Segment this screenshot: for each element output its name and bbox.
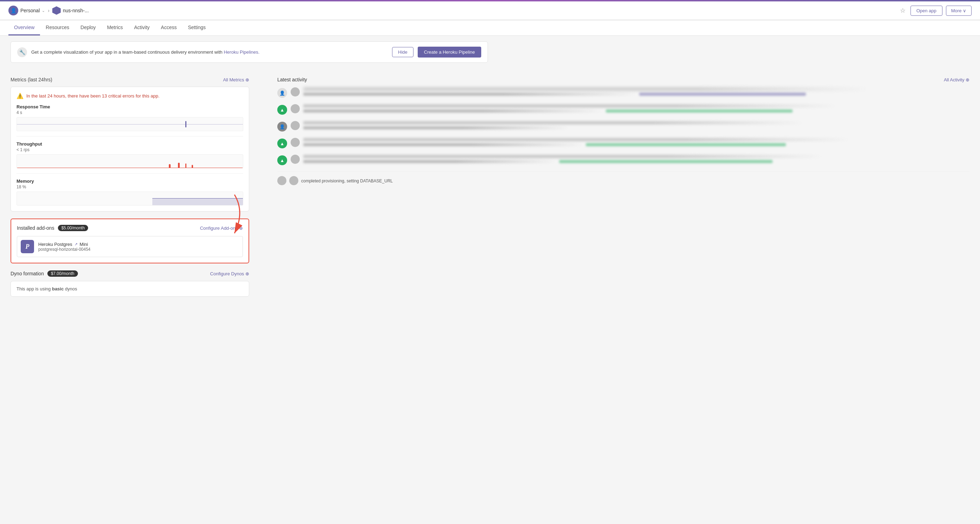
- addons-title-group: Installed add-ons $5.00/month: [17, 225, 88, 231]
- activity-user-avatar-1: [291, 87, 300, 97]
- activity-avatar-4: ▲: [277, 138, 287, 148]
- more-button[interactable]: More ∨: [946, 6, 972, 16]
- addons-price-badge: $5.00/month: [58, 225, 89, 231]
- addons-section: Installed add-ons $5.00/month Configure …: [11, 219, 249, 264]
- dynos-description: This app is using basic dynos: [16, 286, 243, 291]
- activity-item-5: ▲: [277, 155, 969, 165]
- activity-header: Latest activity All Activity ⊕: [277, 77, 969, 83]
- activity-title: Latest activity: [277, 77, 307, 83]
- postgres-logo: P: [21, 240, 34, 253]
- memory-chart: [16, 192, 243, 206]
- activity-user-avatar-2: [291, 104, 300, 113]
- pipeline-icon: 🔧: [17, 48, 27, 57]
- dynos-title-group: Dyno formation $7.00/month: [11, 270, 78, 277]
- main-content: Metrics (last 24hrs) All Metrics ⊕ ⚠️ In…: [0, 70, 980, 304]
- response-time-value: 4 s: [16, 110, 243, 115]
- addon-name: Heroku Postgres ↗ Mini: [38, 242, 239, 247]
- warning-icon: ⚠️: [16, 93, 24, 99]
- addons-header: Installed add-ons $5.00/month Configure …: [17, 225, 243, 231]
- activity-content-5: [303, 155, 969, 163]
- memory-metric: Memory 18 %: [16, 178, 243, 206]
- create-pipeline-button[interactable]: Create a Heroku Pipeline: [418, 47, 481, 57]
- activity-avatar-2: ▲: [277, 105, 287, 115]
- left-panel: Metrics (last 24hrs) All Metrics ⊕ ⚠️ In…: [11, 77, 249, 297]
- throughput-metric: Throughput < 1 rps: [16, 141, 243, 174]
- tab-deploy[interactable]: Deploy: [75, 20, 102, 35]
- breadcrumb-separator: ›: [48, 8, 49, 13]
- activity-bottom-avatar: [289, 176, 298, 185]
- activity-bottom-icon: [277, 176, 286, 185]
- favorite-button[interactable]: ☆: [899, 5, 907, 16]
- top-bar-wrapper: 👤 Personal ⌄ › nus-nnsh-... ☆ Open app M…: [0, 2, 980, 20]
- metrics-section: Metrics (last 24hrs) All Metrics ⊕ ⚠️ In…: [11, 77, 249, 211]
- addon-db-name: postgresql-horizontal-00454: [38, 247, 239, 252]
- tab-metrics[interactable]: Metrics: [102, 20, 129, 35]
- activity-avatar-1: 👤: [277, 88, 287, 98]
- throughput-chart: [16, 154, 243, 168]
- pipeline-banner: 🔧 Get a complete visualization of your a…: [11, 41, 969, 63]
- configure-addons-link[interactable]: Configure Add-ons ⊕: [200, 225, 243, 231]
- nav-tabs: Overview Resources Deploy Metrics Activi…: [0, 20, 980, 36]
- addons-title: Installed add-ons: [17, 225, 54, 231]
- metrics-header: Metrics (last 24hrs) All Metrics ⊕: [11, 77, 249, 83]
- tab-activity[interactable]: Activity: [129, 20, 155, 35]
- throughput-value: < 1 rps: [16, 147, 243, 152]
- throughput-label: Throughput: [16, 141, 243, 147]
- configure-dynos-link[interactable]: Configure Dynos ⊕: [210, 271, 249, 276]
- addon-info: Heroku Postgres ↗ Mini postgresql-horizo…: [38, 242, 239, 252]
- activity-content-4: [303, 138, 969, 146]
- external-link-icon: ↗: [75, 242, 78, 246]
- metrics-title: Metrics (last 24hrs): [11, 77, 52, 83]
- dynos-title: Dyno formation: [11, 271, 44, 276]
- app-hexagon-icon: [52, 6, 61, 15]
- activity-user-avatar-4: [291, 138, 300, 147]
- hide-button[interactable]: Hide: [392, 47, 414, 57]
- activity-item-3: 👤: [277, 121, 969, 132]
- activity-content-2: [303, 104, 969, 113]
- response-time-chart: [16, 117, 243, 131]
- app-name[interactable]: nus-nnsh-...: [52, 6, 89, 15]
- dynos-header: Dyno formation $7.00/month Configure Dyn…: [11, 270, 249, 277]
- activity-avatar-3: 👤: [277, 122, 287, 132]
- activity-item-1: 👤: [277, 87, 969, 98]
- dynos-section: Dyno formation $7.00/month Configure Dyn…: [11, 270, 249, 297]
- addon-postgres: P Heroku Postgres ↗ Mini postgresql-hori…: [17, 236, 243, 257]
- activity-user-avatar-3: [291, 121, 300, 130]
- user-avatar: 👤: [8, 6, 18, 16]
- metrics-box: ⚠️ In the last 24 hours, there have been…: [11, 87, 249, 211]
- error-alert: ⚠️ In the last 24 hours, there have been…: [16, 93, 243, 99]
- tab-resources[interactable]: Resources: [40, 20, 75, 35]
- open-app-button[interactable]: Open app: [910, 6, 942, 16]
- tab-access[interactable]: Access: [155, 20, 182, 35]
- activity-bottom-text: completed provisioning, setting DATABASE…: [301, 178, 969, 183]
- activity-item-bottom: completed provisioning, setting DATABASE…: [277, 171, 969, 185]
- top-bar-actions: ☆ Open app More ∨: [899, 5, 972, 16]
- activity-item-4: ▲: [277, 138, 969, 148]
- activity-item-2: ▲: [277, 104, 969, 115]
- dynos-box: This app is using basic dynos: [11, 281, 249, 297]
- breadcrumb: 👤 Personal ⌄ › nus-nnsh-...: [8, 6, 89, 16]
- activity-avatar-5: ▲: [277, 156, 287, 165]
- activity-content-1: [303, 87, 969, 97]
- personal-label: Personal: [21, 8, 40, 13]
- activity-content-3: [303, 121, 969, 129]
- chevron-down-icon: ⌄: [42, 8, 45, 13]
- right-panel: Latest activity All Activity ⊕ 👤 ▲: [263, 77, 969, 297]
- activity-user-avatar-5: [291, 155, 300, 164]
- personal-link[interactable]: 👤 Personal ⌄: [8, 6, 45, 16]
- app-name-label: nus-nnsh-...: [63, 8, 89, 13]
- tab-overview[interactable]: Overview: [8, 20, 40, 35]
- pipelines-link[interactable]: Heroku Pipelines.: [224, 49, 259, 55]
- all-metrics-link[interactable]: All Metrics ⊕: [223, 77, 249, 83]
- memory-value: 18 %: [16, 184, 243, 189]
- response-time-metric: Response Time 4 s: [16, 104, 243, 137]
- response-time-label: Response Time: [16, 104, 243, 110]
- banner-text: Get a complete visualization of your app…: [31, 49, 388, 55]
- memory-label: Memory: [16, 178, 243, 184]
- tab-settings[interactable]: Settings: [182, 20, 211, 35]
- dynos-price-badge: $7.00/month: [48, 270, 78, 277]
- all-activity-link[interactable]: All Activity ⊕: [944, 77, 969, 83]
